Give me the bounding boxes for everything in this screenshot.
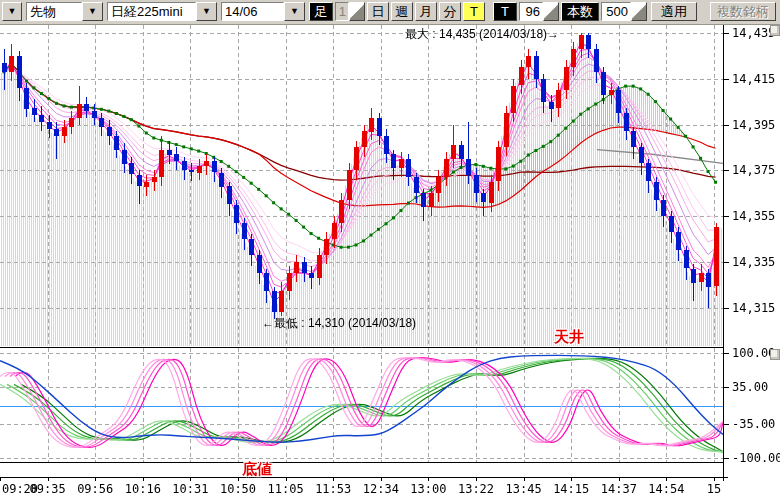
price-axis-label: 14,315: [732, 301, 775, 315]
oscillator-scale-grip-icon[interactable]: [770, 349, 780, 360]
price-axis-label: 14,335: [732, 255, 775, 269]
toolbar: ▼ 先物 ▼ 日経225mini ▼ 14/06 ▼ 足 1 日 週 月 分 T…: [0, 0, 780, 25]
bar-count-value[interactable]: 500: [601, 2, 631, 21]
period-month-button[interactable]: 月: [415, 2, 437, 21]
time-axis-label: 12:34: [359, 482, 403, 496]
time-axis-label: 10:31: [168, 482, 212, 496]
bar-type-label: 足: [309, 2, 333, 21]
instrument-value[interactable]: 先物: [26, 2, 82, 21]
tick-count-stepper[interactable]: 96: [519, 2, 559, 21]
floor-annotation: 底値: [242, 460, 272, 479]
instrument-combo[interactable]: 先物 ▼: [26, 2, 103, 21]
time-axis-label: 09:35: [26, 482, 70, 496]
price-axis-label: 14,355: [732, 209, 775, 223]
time-axis-label: 14:15: [549, 482, 593, 496]
spinner-grip-icon[interactable]: [631, 2, 647, 21]
min-price-annotation: ←最低 : 14,310 (2014/03/18): [262, 315, 416, 332]
time-axis-label: 15: [692, 482, 723, 496]
chart-app-window: ▼ 先物 ▼ 日経225mini ▼ 14/06 ▼ 足 1 日 週 月 分 T…: [0, 0, 780, 500]
interval-value[interactable]: 1: [335, 2, 349, 21]
time-axis-label: 10:50: [216, 482, 260, 496]
price-axis-label: 14,435: [732, 26, 775, 40]
spinner-grip-icon[interactable]: [543, 2, 559, 21]
period-day-button[interactable]: 日: [367, 2, 389, 21]
dropdown-arrow-icon[interactable]: ▼: [196, 2, 217, 21]
tick-mode-toggle[interactable]: T: [463, 2, 485, 21]
ceiling-annotation: 天井: [554, 328, 584, 347]
oscillator-axis-label: -100.00: [732, 451, 780, 465]
apply-button[interactable]: 適用: [651, 2, 697, 21]
time-axis-label: 10:16: [121, 482, 165, 496]
spinner-grip-icon[interactable]: [349, 2, 365, 21]
time-axis-label: 11:05: [264, 482, 308, 496]
symbol-combo[interactable]: 日経225mini ▼: [107, 2, 217, 21]
time-axis-label: 14:54: [644, 482, 688, 496]
time-axis-label: 13:00: [406, 482, 450, 496]
symbol-value[interactable]: 日経225mini: [107, 2, 196, 21]
price-axis-label: 14,375: [732, 163, 775, 177]
oscillator-axis-label: 35.00: [732, 380, 768, 394]
time-axis-label: 14:37: [597, 482, 641, 496]
contract-month-value[interactable]: 14/06: [221, 2, 284, 21]
bar-count-stepper[interactable]: 500: [601, 2, 647, 21]
price-scale-grip-icon[interactable]: [770, 25, 780, 36]
time-axis-label: 13:22: [454, 482, 498, 496]
time-axis-label: 09:56: [73, 482, 117, 496]
contract-month-combo[interactable]: 14/06 ▼: [221, 2, 305, 21]
tick-count-value[interactable]: 96: [519, 2, 543, 21]
history-dropdown-button[interactable]: ▼: [2, 2, 22, 21]
dropdown-arrow-icon: ▼: [8, 6, 17, 16]
dropdown-arrow-icon[interactable]: ▼: [82, 2, 103, 21]
price-axis-label: 14,395: [732, 118, 775, 132]
max-price-annotation: 最大 : 14,435 (2014/03/18)→: [405, 26, 559, 43]
dropdown-arrow-icon[interactable]: ▼: [284, 2, 305, 21]
price-axis-label: 14,415: [732, 72, 775, 86]
time-axis-label: 11:53: [311, 482, 355, 496]
tick-count-label: T: [493, 2, 517, 21]
period-minute-button[interactable]: 分: [439, 2, 461, 21]
bar-count-label: 本数: [561, 2, 599, 21]
time-axis-label: 13:45: [502, 482, 546, 496]
multi-symbol-button[interactable]: 複数銘柄: [710, 2, 776, 21]
interval-stepper[interactable]: 1: [335, 2, 365, 21]
oscillator-axis-label: 100.00: [732, 346, 775, 360]
oscillator-axis-label: -35.00: [732, 417, 775, 431]
period-week-button[interactable]: 週: [391, 2, 413, 21]
time-axis: 09:2009:3509:5610:1610:3110:5011:0511:53…: [0, 0, 723, 500]
